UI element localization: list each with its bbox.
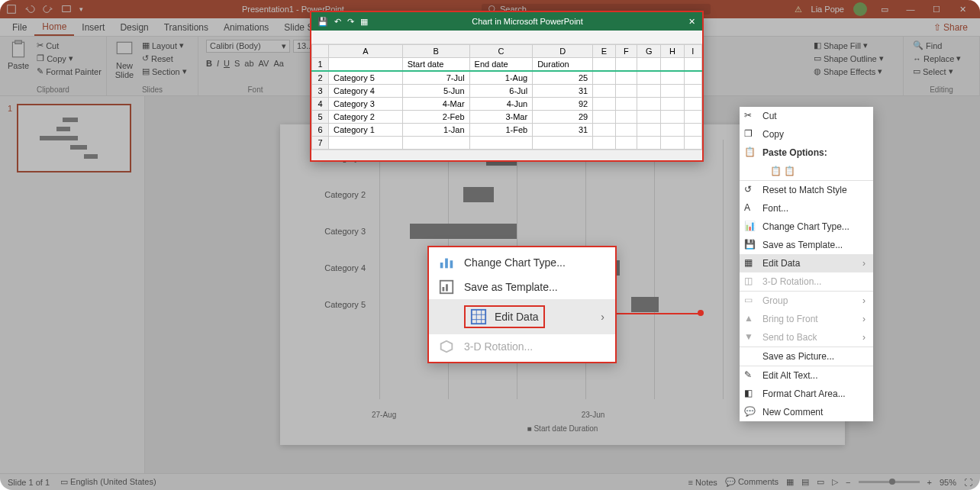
ctx-alt-text[interactable]: ✎Edit Alt Text... bbox=[740, 366, 873, 385]
strike-button[interactable]: S bbox=[234, 59, 240, 68]
cell[interactable]: 31 bbox=[533, 85, 593, 98]
excel-grid[interactable]: A B C D E F G H I 1 Start date End date … bbox=[311, 44, 702, 150]
corner-cell[interactable] bbox=[312, 45, 329, 58]
row-header[interactable]: 4 bbox=[312, 98, 329, 111]
row-header[interactable]: 7 bbox=[312, 137, 329, 150]
qat-dropdown-icon[interactable]: ▾ bbox=[79, 5, 83, 13]
bold-button[interactable]: B bbox=[206, 59, 212, 68]
view-normal-icon[interactable]: ▦ bbox=[786, 477, 794, 487]
cell[interactable]: 31 bbox=[533, 124, 593, 137]
zoom-in-icon[interactable]: + bbox=[927, 478, 932, 487]
slideshow-icon[interactable] bbox=[61, 4, 72, 15]
cell[interactable]: 3-Mar bbox=[469, 111, 533, 124]
ctx-save-picture[interactable]: Save as Picture... bbox=[740, 347, 873, 366]
redo-icon[interactable] bbox=[43, 4, 53, 15]
close-icon[interactable]: ✕ bbox=[954, 1, 971, 18]
popup-save-template[interactable]: Save as Template... bbox=[429, 275, 615, 299]
undo-icon[interactable] bbox=[24, 4, 35, 15]
excel-save-icon[interactable]: 💾 bbox=[318, 17, 328, 27]
tab-design[interactable]: Design bbox=[112, 20, 156, 35]
section-button[interactable]: ▤ Section ▾ bbox=[140, 66, 189, 77]
ctx-save-template[interactable]: 💾Save as Template... bbox=[740, 236, 873, 254]
cell[interactable] bbox=[615, 58, 637, 72]
warning-icon[interactable]: ⚠ bbox=[795, 5, 802, 15]
col-header[interactable]: I bbox=[684, 45, 701, 58]
tab-file[interactable]: File bbox=[5, 20, 34, 35]
ctx-paste-icons[interactable]: 📋 📋 bbox=[740, 162, 873, 180]
italic-button[interactable]: I bbox=[217, 59, 219, 68]
ribbon-options-icon[interactable]: ▭ bbox=[876, 1, 893, 18]
cell[interactable] bbox=[329, 58, 403, 72]
view-slideshow-icon[interactable]: ▷ bbox=[832, 477, 838, 487]
cell[interactable]: 92 bbox=[533, 98, 593, 111]
excel-scrollbar[interactable] bbox=[311, 150, 702, 160]
cell[interactable]: 4-Jun bbox=[469, 98, 533, 111]
replace-button[interactable]: ↔ Replace ▾ bbox=[911, 53, 962, 64]
ctx-edit-data[interactable]: ▦Edit Data› bbox=[740, 254, 873, 272]
cell[interactable]: Category 5 bbox=[329, 71, 403, 85]
cell[interactable]: 2-Feb bbox=[402, 111, 469, 124]
reset-button[interactable]: ↺ Reset bbox=[140, 53, 189, 64]
row-header[interactable]: 5 bbox=[312, 111, 329, 124]
find-button[interactable]: 🔍 Find bbox=[911, 40, 962, 51]
slide-thumbnail[interactable] bbox=[17, 104, 131, 172]
excel-formula-bar[interactable] bbox=[311, 31, 702, 44]
comments-button[interactable]: 💬 Comments bbox=[725, 477, 779, 487]
cut-button[interactable]: ✂ Cut bbox=[35, 40, 103, 51]
ctx-format-chart[interactable]: ◧Format Chart Area... bbox=[740, 385, 873, 403]
case-button[interactable]: Aa bbox=[273, 59, 283, 68]
format-painter-button[interactable]: ✎ Format Painter bbox=[35, 66, 103, 77]
underline-button[interactable]: U bbox=[224, 59, 230, 68]
shape-fill-button[interactable]: ◧ Shape Fill ▾ bbox=[812, 40, 885, 51]
cell[interactable]: 4-Mar bbox=[402, 98, 469, 111]
col-header[interactable]: C bbox=[469, 45, 533, 58]
col-header[interactable]: E bbox=[593, 45, 615, 58]
cell[interactable]: Category 3 bbox=[329, 98, 403, 111]
minimize-icon[interactable]: — bbox=[902, 1, 919, 18]
excel-undo-icon[interactable]: ↶ bbox=[334, 17, 341, 27]
cell[interactable]: 1-Jan bbox=[402, 124, 469, 137]
popup-edit-data[interactable]: Edit Data › bbox=[429, 299, 615, 334]
paste-button[interactable]: Paste bbox=[8, 61, 29, 70]
cell[interactable]: End date bbox=[469, 58, 533, 72]
zoom-slider[interactable] bbox=[859, 481, 920, 483]
paste-icon[interactable] bbox=[8, 40, 28, 60]
ctx-font[interactable]: AFont... bbox=[740, 199, 873, 218]
cell[interactable]: Duration bbox=[533, 58, 593, 72]
row-header[interactable]: 2 bbox=[312, 71, 329, 85]
cell[interactable] bbox=[661, 58, 684, 72]
ctx-cut[interactable]: ✂Cut bbox=[740, 107, 873, 125]
cell[interactable] bbox=[637, 58, 661, 72]
col-header[interactable]: F bbox=[615, 45, 637, 58]
new-slide-button[interactable]: New Slide bbox=[115, 61, 134, 79]
ctx-new-comment[interactable]: 💬New Comment bbox=[740, 403, 873, 421]
view-reading-icon[interactable]: ▭ bbox=[817, 477, 824, 487]
tab-insert[interactable]: Insert bbox=[74, 20, 112, 35]
row-header[interactable]: 1 bbox=[312, 58, 329, 72]
cell[interactable]: Category 2 bbox=[329, 111, 403, 124]
ctx-change-chart-type[interactable]: 📊Change Chart Type... bbox=[740, 218, 873, 236]
cell[interactable]: 6-Jul bbox=[469, 85, 533, 98]
view-sorter-icon[interactable]: ▤ bbox=[801, 477, 809, 487]
excel-grid-icon[interactable]: ▦ bbox=[360, 17, 368, 27]
language-indicator[interactable]: ▭ English (United States) bbox=[60, 477, 156, 487]
cell[interactable]: 5-Jun bbox=[402, 85, 469, 98]
tab-transitions[interactable]: Transitions bbox=[156, 20, 216, 35]
cell[interactable]: Category 1 bbox=[329, 124, 403, 137]
share-button[interactable]: ⇧ Share bbox=[926, 20, 975, 35]
font-family-select[interactable]: Calibri (Body)▾ bbox=[206, 40, 290, 53]
row-header[interactable]: 6 bbox=[312, 124, 329, 137]
layout-button[interactable]: ▦ Layout ▾ bbox=[140, 40, 189, 51]
select-button[interactable]: ▭ Select ▾ bbox=[911, 66, 962, 77]
zoom-level[interactable]: 95% bbox=[940, 478, 956, 487]
shape-outline-button[interactable]: ▭ Shape Outline ▾ bbox=[812, 53, 885, 64]
notes-button[interactable]: ≡ Notes bbox=[688, 478, 717, 487]
cell[interactable]: 1-Feb bbox=[469, 124, 533, 137]
cell[interactable]: Start date bbox=[402, 58, 469, 72]
cell[interactable]: 25 bbox=[533, 71, 593, 85]
slide-indicator[interactable]: Slide 1 of 1 bbox=[8, 478, 50, 487]
excel-redo-icon[interactable]: ↷ bbox=[347, 17, 354, 27]
avatar[interactable] bbox=[853, 2, 867, 16]
col-header[interactable]: H bbox=[661, 45, 684, 58]
shadow-button[interactable]: ab bbox=[244, 59, 253, 68]
